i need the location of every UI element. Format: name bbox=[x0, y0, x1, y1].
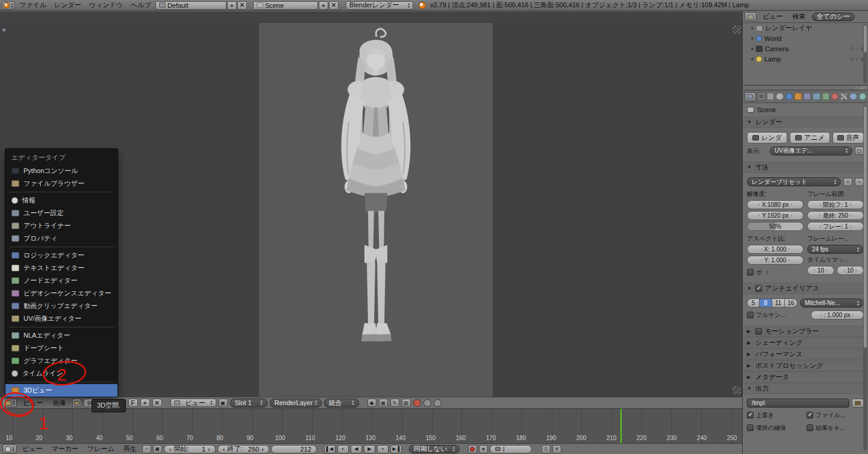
folder-browse-button[interactable] bbox=[852, 399, 864, 408]
outliner-row-camera[interactable]: Camera ⊙▹▣ bbox=[743, 43, 868, 54]
add-preset-button[interactable]: + bbox=[843, 178, 852, 186]
play-reverse-button[interactable] bbox=[351, 445, 362, 453]
channel-color-button[interactable] bbox=[423, 399, 431, 407]
outliner-editor-type-button[interactable] bbox=[745, 12, 757, 21]
dimensions-panel-header[interactable]: ▼ 寸法 bbox=[743, 162, 868, 173]
properties-editor-type-button[interactable] bbox=[745, 92, 756, 101]
outliner-scrollbar[interactable] bbox=[863, 24, 867, 84]
slot-selector[interactable]: Slot 1▴▾ bbox=[230, 399, 267, 408]
editor-menu-item[interactable]: プロパティ bbox=[5, 232, 117, 245]
previous-keyframe-button[interactable] bbox=[337, 445, 349, 453]
app-icon-button[interactable]: ▴▾ bbox=[2, 1, 15, 10]
timeline-menu-item[interactable]: ビュー bbox=[19, 444, 46, 453]
editor-menu-item[interactable]: Pythonコンソール bbox=[5, 165, 117, 177]
next-keyframe-button[interactable] bbox=[377, 445, 389, 453]
unlink-image-button[interactable]: ✕ bbox=[152, 399, 162, 407]
resolution-y-field[interactable]: ‹Y:1920 px› bbox=[747, 211, 804, 220]
render-preset-selector[interactable]: レンダープリセット▴▾ bbox=[747, 177, 841, 186]
expand-region-plus-icon[interactable]: + bbox=[2, 25, 7, 34]
metadata-panel-header[interactable]: ▶ メタデータ bbox=[743, 371, 868, 383]
object-tab-icon[interactable] bbox=[795, 93, 802, 100]
fps-selector[interactable]: 24 fps▴▾ bbox=[807, 245, 864, 254]
editor-menu-item[interactable]: ノードエディター bbox=[5, 274, 117, 287]
add-layout-button[interactable]: + bbox=[227, 1, 237, 10]
lock-time-icon[interactable]: ▣ bbox=[153, 445, 162, 453]
outliner-view-menu[interactable]: ビュー bbox=[759, 12, 787, 21]
shading-panel-header[interactable]: ▶ シェーディング bbox=[743, 337, 868, 348]
image-menu[interactable]: 画像 bbox=[49, 399, 70, 408]
keying-set-selector[interactable]: ▴▾ bbox=[490, 445, 532, 453]
delete-scene-button[interactable]: ✕ bbox=[329, 1, 339, 10]
repeat-image-icon[interactable]: ▦ bbox=[379, 399, 388, 407]
jump-to-end-button[interactable] bbox=[390, 445, 402, 453]
preview-range-icon[interactable]: ◔ bbox=[142, 445, 151, 453]
aa-samples-16-button[interactable]: 16 bbox=[785, 298, 798, 307]
aa-filter-selector[interactable]: Mitchell-Ne...▴▾ bbox=[800, 298, 864, 307]
output-path-field[interactable]: /tmp\ bbox=[747, 399, 849, 408]
display-mode-selector[interactable]: ビュー ▴▾ bbox=[170, 399, 216, 407]
aa-samples-11-button[interactable]: 11 bbox=[772, 298, 785, 307]
outliner-search-menu[interactable]: 検索 bbox=[789, 12, 810, 21]
channel-alpha-button[interactable] bbox=[434, 399, 442, 407]
timeline-ruler[interactable]: 1020304050607080901001101201301401501601… bbox=[0, 409, 742, 443]
render-display-selector[interactable]: UV画像エデ...▴▾ bbox=[770, 147, 852, 156]
eye-icon[interactable]: ⊙ bbox=[849, 46, 854, 52]
outliner-filter-selector[interactable]: 全てのシー bbox=[812, 13, 855, 21]
render-still-button[interactable]: レンダ bbox=[747, 132, 787, 143]
render-animation-button[interactable]: アニメ bbox=[790, 132, 830, 143]
sync-mode-selector[interactable]: 同期しない▴▾ bbox=[409, 445, 460, 453]
editor-menu-item[interactable]: ビデオシーケンスエディター bbox=[5, 287, 117, 300]
antialiasing-panel-header[interactable]: ▼ アンチエイリアス bbox=[743, 283, 868, 294]
editor-menu-item[interactable]: NLAエディター bbox=[5, 329, 117, 342]
screen-layout-selector[interactable]: Default bbox=[155, 1, 226, 10]
jump-to-start-button[interactable] bbox=[324, 445, 336, 453]
remap-old-field[interactable]: ‹10› bbox=[807, 266, 834, 275]
render-layers-tab-icon[interactable] bbox=[767, 93, 774, 100]
resolution-scale-slider[interactable]: 50% bbox=[747, 222, 804, 231]
editor-menu-item[interactable]: アウトライナー bbox=[5, 219, 117, 232]
constraints-tab-icon[interactable] bbox=[804, 93, 811, 100]
overwrite-checkbox[interactable] bbox=[747, 412, 754, 418]
mask-mode-icon[interactable]: ▧ bbox=[402, 399, 411, 407]
render-engine-selector[interactable]: Blenderレンダー ▴▾ bbox=[346, 1, 413, 10]
motion-blur-panel-header[interactable]: ▶ モーションブラー bbox=[743, 326, 868, 337]
remap-new-field[interactable]: ‹10› bbox=[837, 266, 864, 275]
aa-samples-5-button[interactable]: 5 bbox=[747, 298, 760, 307]
outliner-row-world[interactable]: World bbox=[743, 33, 868, 43]
scene-selector[interactable]: Scene bbox=[253, 1, 318, 10]
auto-keyframe-button[interactable]: ● bbox=[479, 445, 488, 453]
editor-menu-item[interactable]: グラフエディター bbox=[5, 355, 117, 367]
timeline-editor-type-button[interactable]: ▴▾ bbox=[2, 444, 17, 453]
delete-keyframe-button[interactable]: ✕ bbox=[552, 445, 561, 453]
timeline-menu-item[interactable]: 再生 bbox=[120, 444, 140, 453]
frame-end-field[interactable]: ‹終了: 250› bbox=[217, 445, 269, 453]
antialiasing-checkbox[interactable] bbox=[755, 285, 762, 292]
eye-icon[interactable]: ⊙ bbox=[849, 56, 854, 62]
aspect-x-field[interactable]: ‹X: 1.000› bbox=[747, 245, 804, 254]
timeline-menu-item[interactable]: マーカー bbox=[48, 444, 83, 453]
area-resize-grip[interactable] bbox=[732, 25, 741, 34]
aa-samples-8-button[interactable]: 8 bbox=[760, 298, 772, 307]
particles-tab-icon[interactable] bbox=[849, 93, 857, 100]
top-menu-item[interactable]: ファイル bbox=[16, 1, 50, 10]
cache-result-checkbox[interactable] bbox=[807, 424, 813, 431]
screen-icon[interactable]: ▢ bbox=[855, 147, 864, 155]
aa-size-field[interactable]: ‹: 1.000 px› bbox=[811, 311, 864, 320]
render-audio-button[interactable]: 音声 bbox=[832, 132, 864, 143]
editor-menu-item[interactable]: ユーザー設定 bbox=[5, 207, 117, 219]
outliner-row-render-layers[interactable]: レンダーレイヤ bbox=[743, 23, 868, 33]
select-arrow-icon[interactable]: ▹ bbox=[856, 56, 859, 62]
remove-preset-button[interactable]: − bbox=[855, 178, 864, 186]
texture-tab-icon[interactable] bbox=[840, 93, 848, 100]
properties-scrollbar[interactable] bbox=[863, 105, 867, 450]
top-menu-item[interactable]: レンダー bbox=[51, 1, 85, 10]
new-image-button[interactable]: + bbox=[140, 399, 150, 407]
editor-menu-item[interactable]: UV/画像エディター bbox=[5, 312, 117, 325]
render-pass-selector[interactable]: 統合▴▾ bbox=[324, 399, 359, 408]
delete-layout-button[interactable]: ✕ bbox=[237, 1, 247, 10]
resolution-x-field[interactable]: ‹X:1080 px› bbox=[747, 200, 804, 209]
panel-splitter[interactable] bbox=[743, 86, 868, 90]
lock-icon[interactable]: ▣ bbox=[219, 399, 228, 407]
current-frame-field[interactable]: 212 bbox=[271, 445, 317, 453]
view-menu[interactable]: ビュー bbox=[19, 399, 47, 408]
